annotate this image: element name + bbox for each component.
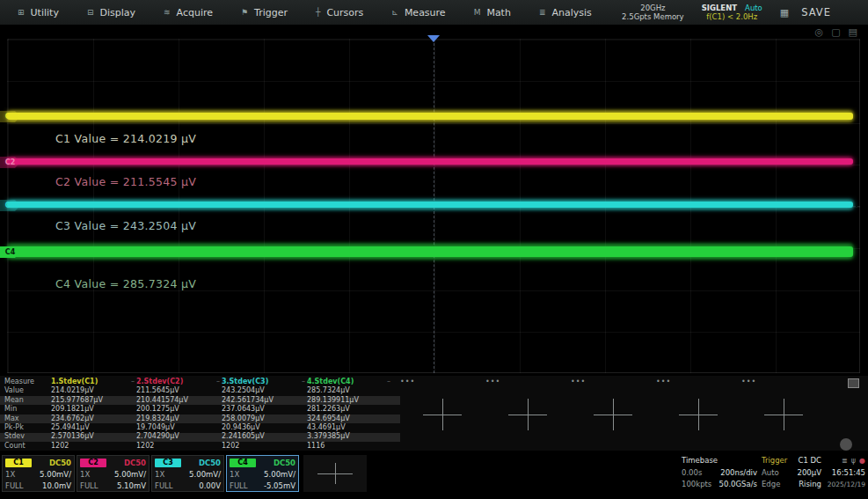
trigger-source: C1 DC (798, 455, 821, 467)
c1-tag: C1 (5, 459, 32, 467)
acquisition-mode-badge: Auto (745, 4, 762, 12)
time-readout: 16:51:45 (825, 467, 865, 480)
collapse-icon[interactable]: – (131, 378, 135, 386)
collapse-icon[interactable]: – (216, 378, 220, 386)
menu-bar: ⊞ Utility ⊟ Display ≋ Acquire ⚑ Trigger … (0, 0, 868, 25)
add-channel-icon (317, 463, 353, 484)
menu-label: Math (486, 7, 511, 18)
measure-slot-1: 1.Stdev(C1) 214.0219μV 215.977687μV 209.… (51, 378, 136, 451)
collapse-icon[interactable]: – (387, 378, 390, 386)
add-measurement-icon[interactable] (594, 399, 632, 430)
acquire-icon: ≋ (164, 8, 171, 17)
trigger-flag-icon: ⚑ (241, 8, 248, 17)
add-measurement-icon[interactable] (423, 399, 462, 430)
add-measurement-icon[interactable] (764, 399, 803, 430)
menu-label: Measure (405, 7, 446, 18)
add-measurement-icon[interactable] (679, 399, 718, 430)
brand-logo: SIGLENT (702, 4, 737, 12)
screenshot-icon[interactable]: ◎ (815, 26, 824, 38)
menu-item-utility[interactable]: ⊞ Utility (18, 7, 59, 18)
measure-slot-4: 4.Stdev(C4) 285.7324μV 289.139911μV 281.… (307, 378, 392, 451)
analysis-icon: ≣ (539, 8, 546, 17)
measure-icon: ⊾ (391, 8, 398, 17)
c2-tag: C2 (80, 459, 106, 467)
empty-measure-slot[interactable]: ••• (400, 378, 485, 386)
c1-value-label: C1 Value = 214.0219 μV (55, 132, 196, 145)
measure-slot-header[interactable]: 4.Stdev(C4) (307, 378, 392, 386)
menu-label: Display (99, 7, 135, 18)
save-label: SAVE (801, 6, 831, 18)
c3-value-label: C3 Value = 243.2504 μV (55, 219, 196, 232)
frequency-counter: f(C1) < 2.0Hz (702, 12, 762, 21)
math-icon: M (474, 8, 481, 17)
c1-trace (7, 113, 853, 120)
c3-trace (7, 202, 853, 208)
display-toolbar: ◎ ▢ ▤ (815, 26, 857, 38)
empty-measure-slot[interactable]: ••• (741, 378, 827, 386)
add-channel-box[interactable] (303, 455, 367, 492)
trigger-box[interactable]: Trigger C1 DC Auto 200μV Edge Rising (762, 455, 821, 491)
measure-row-labels: MeasureValue MeanMin MaxPk-Pk StdevCount (4, 378, 34, 451)
trigger-slope: Rising (799, 479, 821, 491)
menu-item-acquire[interactable]: ≋ Acquire (164, 7, 213, 18)
status-cluster: 20GHz 2.5Gpts Memory SIGLENT Auto f(C1) … (622, 4, 868, 21)
oscilloscope-screen: ⊞ Utility ⊟ Display ≋ Acquire ⚑ Trigger … (0, 0, 868, 499)
channel-box-c1[interactable]: C1 DC50 1X 5.00mV/ FULL 10.0mV (2, 455, 75, 492)
trigger-position-marker[interactable] (427, 35, 440, 42)
memory-readout: 2.5Gpts Memory (622, 12, 684, 21)
menu-label: Trigger (254, 7, 288, 18)
c4-value-label: C4 Value = 285.7324 μV (55, 277, 196, 290)
utility-icon: ⊞ (18, 8, 25, 17)
usb-icon[interactable]: ψ (851, 455, 856, 467)
measure-slot-header[interactable]: 1.Stdev(C1) (51, 378, 136, 386)
trigger-level: 200μV (798, 467, 821, 480)
empty-measure-slot[interactable]: ••• (571, 378, 656, 386)
channel-box-c2[interactable]: C2 DC50 1X 5.00mV/ FULL 5.10mV (77, 455, 150, 492)
expand-panel-icon[interactable] (848, 378, 859, 388)
add-measurement-icon[interactable] (508, 399, 547, 430)
coupling-readout: DC50 (274, 459, 295, 467)
save-button[interactable]: ▦ SAVE (780, 6, 831, 18)
timebase-box[interactable]: Timebase 0.00s 200ns/div 100kpts 50.0GSa… (682, 455, 757, 491)
brand-status[interactable]: SIGLENT Auto f(C1) < 2.0Hz (702, 4, 762, 21)
menu-item-trigger[interactable]: ⚑ Trigger (241, 7, 288, 18)
channel-box-c4[interactable]: C4 DC50 1X 5.00mV/ FULL -5.05mV (226, 455, 299, 492)
cursors-icon: ┼ (316, 8, 320, 17)
menu-list-icon[interactable]: ≣ (842, 455, 848, 467)
notes-icon[interactable]: ▤ (849, 26, 857, 38)
bandwidth-readout: 20GHz (622, 4, 684, 12)
menu-label: Acquire (177, 7, 213, 18)
measure-panel: MeasureValue MeanMin MaxPk-Pk StdevCount… (0, 376, 868, 451)
date-readout: 2025/12/19 (825, 479, 865, 491)
empty-measure-slot[interactable]: ••• (656, 378, 741, 386)
coupling-readout: DC50 (124, 459, 146, 467)
c4-tag: C4 (230, 459, 256, 467)
c4-trace (7, 246, 853, 257)
measure-slot-header[interactable]: 2.Stdev(C2) (136, 378, 222, 386)
menu-item-math[interactable]: M Math (474, 7, 511, 18)
empty-measure-slot[interactable]: ••• (485, 378, 571, 386)
menu-item-display[interactable]: ⊟ Display (87, 7, 135, 18)
c3-tag: C3 (155, 459, 181, 467)
measure-slot-header[interactable]: 3.Stdev(C3) (222, 378, 307, 386)
fullscreen-icon[interactable]: ▢ (831, 26, 840, 38)
measure-slot-2: 2.Stdev(C2) 211.5645μV 210.441574μV 200.… (136, 378, 222, 451)
coupling-readout: DC50 (199, 459, 221, 467)
lock-icon[interactable]: ● (859, 455, 865, 467)
menu-item-measure[interactable]: ⊾ Measure (391, 7, 445, 18)
coupling-readout: DC50 (49, 459, 71, 467)
menu-item-analysis[interactable]: ≣ Analysis (539, 7, 592, 18)
c2-value-label: C2 Value = 211.5545 μV (55, 175, 196, 188)
collapse-icon[interactable]: – (302, 378, 305, 386)
panel-scroll-handle[interactable] (840, 438, 852, 451)
menu-item-cursors[interactable]: ┼ Cursors (316, 7, 363, 18)
acquisition-status[interactable]: 20GHz 2.5Gpts Memory (622, 4, 684, 21)
menu-label: Utility (31, 7, 59, 18)
menu-label: Analysis (551, 7, 591, 18)
clock-box: ≣ ψ ● 16:51:45 2025/12/19 (825, 455, 865, 491)
channel-box-c3[interactable]: C3 DC50 1X 5.00mV/ FULL 0.00V (151, 455, 224, 492)
measure-slot-3: 3.Stdev(C3) 243.2504μV 242.561734μV 237.… (222, 378, 307, 451)
save-icon: ▦ (780, 7, 789, 18)
c2-trace (7, 158, 853, 165)
display-icon: ⊟ (87, 8, 94, 17)
